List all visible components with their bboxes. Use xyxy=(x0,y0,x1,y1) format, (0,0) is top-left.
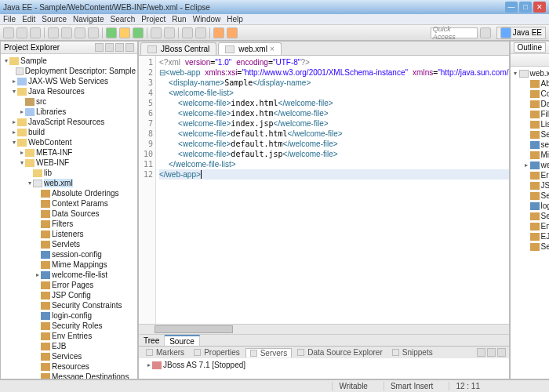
tree-node[interactable]: Env Entries xyxy=(2,331,136,341)
run-icon[interactable] xyxy=(75,27,85,38)
link-editor-icon[interactable] xyxy=(95,43,104,52)
servers-content[interactable]: ▸JBoss AS 7.1 [Stopped] xyxy=(139,358,509,379)
outline-item[interactable]: Data Sources xyxy=(512,99,550,109)
quick-access-input[interactable]: Quick Access xyxy=(431,27,478,38)
tree-node[interactable]: ▾web.xml xyxy=(2,178,136,188)
build-icon[interactable] xyxy=(48,27,59,38)
menu-search[interactable]: Search xyxy=(111,15,136,24)
menu-source[interactable]: Source xyxy=(42,15,67,24)
run-on-server-icon[interactable] xyxy=(133,27,144,38)
outline-tree[interactable]: ▾web.xmlAbsolute OrderingsContext Params… xyxy=(511,67,550,379)
minimize-button[interactable]: — xyxy=(505,2,518,13)
outline-item[interactable]: session-config xyxy=(512,140,550,150)
bottom-tab-properties[interactable]: Properties xyxy=(190,348,244,357)
debug-icon[interactable] xyxy=(61,27,72,38)
close-button[interactable]: ✕ xyxy=(533,2,546,13)
tree-node[interactable]: Security Roles xyxy=(2,321,136,331)
server-item[interactable]: JBoss AS 7.1 [Stopped] xyxy=(163,361,245,369)
bottom-tab-servers[interactable]: Servers xyxy=(245,348,292,358)
new-icon[interactable] xyxy=(3,27,14,38)
new-class-icon[interactable] xyxy=(164,27,175,38)
save-icon[interactable] xyxy=(16,27,27,38)
project-tree[interactable]: ▾SampleDeployment Descriptor: Sample▸JAX… xyxy=(1,54,137,379)
close-tab-icon[interactable]: × xyxy=(270,45,274,53)
tree-node[interactable]: Resources xyxy=(2,361,136,372)
menu-navigate[interactable]: Navigate xyxy=(73,15,104,24)
tree-node[interactable]: ▾WEB-INF xyxy=(2,158,136,168)
tree-node[interactable]: EJB xyxy=(2,341,136,351)
tree-node[interactable]: Data Sources xyxy=(2,209,136,219)
bottom-tab-markers[interactable]: Markers xyxy=(142,348,188,357)
tree-node[interactable]: ▾Java Resources xyxy=(2,86,136,96)
panel-menu-icon[interactable] xyxy=(477,348,485,357)
tree-node[interactable]: ▸Libraries xyxy=(2,107,136,117)
tree-node[interactable]: login-config xyxy=(2,310,136,321)
outline-item[interactable]: Env Entries xyxy=(512,221,550,231)
tree-node[interactable]: src xyxy=(2,96,136,107)
new-package-icon[interactable] xyxy=(151,27,162,38)
editor-tab[interactable]: JBoss Central xyxy=(140,42,216,55)
maximize-button[interactable]: □ xyxy=(519,2,532,13)
outline-item[interactable]: Absolute Orderings xyxy=(512,78,550,89)
run-last-icon[interactable] xyxy=(88,27,99,38)
tree-node[interactable]: ▸build xyxy=(2,127,136,137)
view-menu-icon[interactable] xyxy=(115,43,124,52)
tree-node[interactable]: ▸welcome-file-list xyxy=(2,270,136,280)
outline-item[interactable]: Context Params xyxy=(512,89,550,99)
outline-item[interactable]: EJB xyxy=(512,231,550,241)
tree-node[interactable]: ▸JavaScript Resources xyxy=(2,117,136,127)
tree-node[interactable]: Absolute Orderings xyxy=(2,188,136,198)
forward-icon[interactable] xyxy=(227,27,238,38)
search-icon[interactable] xyxy=(182,27,193,38)
outline-item[interactable]: Security Roles xyxy=(512,211,550,221)
bottom-tab-snippets[interactable]: Snippets xyxy=(388,348,437,357)
tree-node[interactable]: Context Params xyxy=(2,198,136,209)
bottom-tab-data-source-explorer[interactable]: Data Source Explorer xyxy=(293,348,387,357)
outline-item[interactable]: Services xyxy=(512,241,550,252)
tree-node[interactable]: lib xyxy=(2,168,136,178)
save-all-icon[interactable] xyxy=(30,27,41,38)
tree-node[interactable]: Deployment Descriptor: Sample xyxy=(2,66,136,76)
outline-item[interactable]: Security Constraints xyxy=(512,191,550,201)
tree-node[interactable]: ▾WebContent xyxy=(2,137,136,147)
tree-node[interactable]: JSP Config xyxy=(2,290,136,300)
collapse-all-icon[interactable] xyxy=(105,43,114,52)
menu-file[interactable]: File xyxy=(3,15,16,24)
editor-tab[interactable]: web.xml × xyxy=(218,42,282,55)
panel-max-icon[interactable] xyxy=(497,348,506,357)
source-tab[interactable]: Source xyxy=(165,335,200,346)
outline-item[interactable]: Listeners xyxy=(512,119,550,129)
outline-item[interactable]: Mime Mappings xyxy=(512,150,550,160)
outline-tab[interactable]: Outline xyxy=(514,42,547,53)
menu-edit[interactable]: Edit xyxy=(22,15,35,24)
tree-node[interactable]: Listeners xyxy=(2,229,136,239)
minimize-view-icon[interactable] xyxy=(125,43,134,52)
tree-node[interactable]: Error Pages xyxy=(2,280,136,290)
outline-root[interactable]: ▾web.xml xyxy=(512,68,550,78)
start-server-icon[interactable] xyxy=(106,27,117,38)
open-perspective-icon[interactable] xyxy=(480,27,491,38)
panel-min-icon[interactable] xyxy=(487,348,496,357)
menu-window[interactable]: Window xyxy=(193,15,221,24)
tree-node[interactable]: ▸META-INF xyxy=(2,147,136,158)
outline-item[interactable]: JSP Config xyxy=(512,180,550,191)
tree-node[interactable]: ▾Sample xyxy=(2,56,136,66)
tree-node[interactable]: Services xyxy=(2,351,136,361)
outline-item[interactable]: ▸welcome-file-list xyxy=(512,160,550,170)
tree-node[interactable]: Message Destinations xyxy=(2,372,136,379)
menu-run[interactable]: Run xyxy=(172,15,186,24)
tree-node[interactable]: Security Constraints xyxy=(2,300,136,310)
perspective-javaee[interactable]: Java EE xyxy=(496,27,546,39)
tree-node[interactable]: Filters xyxy=(2,219,136,229)
code-content[interactable]: <?xml version="1.0" encoding="UTF-8"?> ⊟… xyxy=(156,56,509,324)
toggle-mark-icon[interactable] xyxy=(195,27,206,38)
tree-node[interactable]: ▸JAX-WS Web Services xyxy=(2,76,136,86)
horizontal-scrollbar[interactable] xyxy=(139,324,509,334)
tree-node[interactable]: session-config xyxy=(2,249,136,260)
tree-tab[interactable]: Tree xyxy=(139,335,165,346)
menu-project[interactable]: Project xyxy=(141,15,165,24)
outline-item[interactable]: Filters xyxy=(512,109,550,119)
profile-icon[interactable] xyxy=(119,27,130,38)
outline-item[interactable]: Servlets xyxy=(512,129,550,140)
tree-node[interactable]: Servlets xyxy=(2,239,136,249)
